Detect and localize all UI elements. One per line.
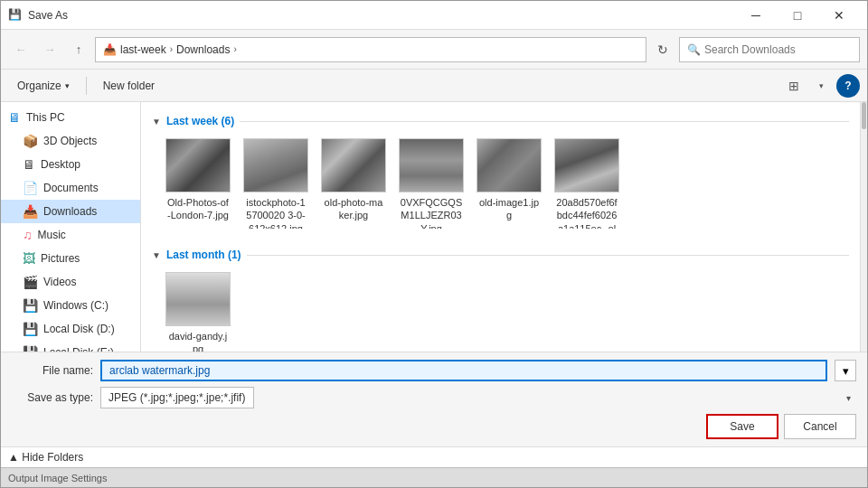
music-icon: ♫ (23, 228, 33, 242)
file-name-0-0: Old-Photos-of-London-7.jpg (166, 196, 230, 222)
sidebar-item-downloads-label: Downloads (43, 205, 97, 218)
sidebar-item-videos[interactable]: 🎬 Videos (1, 270, 140, 294)
toolbar-separator (86, 77, 87, 95)
view-large-icon-button[interactable]: ⊞ (782, 75, 806, 97)
sidebar-item-local-d[interactable]: 💾 Local Disk (D:) (1, 317, 140, 341)
file-thumb-0-3 (399, 138, 464, 192)
pictures-icon: 🖼 (23, 251, 35, 266)
savetype-wrapper: JPEG (*.jpg;*.jpeg;*.jpe;*.jfif) ▾ (100, 387, 856, 408)
file-thumb-0-0 (165, 138, 231, 192)
file-item-0-3[interactable]: 0VXFQCGQSM1LLJEZR03Y.jpg (396, 135, 467, 232)
file-scroll[interactable]: ▼ Last week (6) Old-Photos-of-London-7.j… (141, 102, 860, 352)
minimize-button[interactable]: ─ (735, 1, 777, 30)
save-button[interactable]: Save (706, 414, 778, 439)
group-last-week-header[interactable]: ▼ Last week (6) (152, 115, 849, 127)
file-area: ▼ Last week (6) Old-Photos-of-London-7.j… (141, 102, 860, 352)
address-path[interactable]: 📥 last-week › Downloads › (95, 37, 646, 62)
file-item-0-0[interactable]: Old-Photos-of-London-7.jpg (163, 135, 233, 232)
this-pc-icon: 🖥 (8, 110, 21, 125)
sidebar-item-3d-label: 3D Objects (43, 135, 97, 147)
maximize-button[interactable]: □ (777, 1, 818, 30)
help-button[interactable]: ? (836, 74, 860, 98)
windows-c-icon: 💾 (23, 298, 38, 313)
group-last-month-line (247, 255, 849, 256)
file-thumb-1-0 (165, 272, 231, 326)
videos-icon: 🎬 (23, 275, 38, 289)
sidebar: 🖥 This PC 📦 3D Objects 🖥 Desktop 📄 Docum… (1, 102, 141, 352)
savetype-label: Save as type: (12, 391, 93, 404)
file-grid-last-week: Old-Photos-of-London-7.jpg istockphoto-1… (152, 135, 849, 243)
select-arrow-icon: ▾ (846, 393, 851, 403)
main-area: 🖥 This PC 📦 3D Objects 🖥 Desktop 📄 Docum… (1, 102, 867, 352)
new-folder-button[interactable]: New folder (94, 75, 164, 97)
sidebar-item-music-label: Music (38, 229, 66, 241)
sidebar-item-windows-c-label: Windows (C:) (43, 299, 108, 312)
search-input[interactable] (704, 43, 852, 56)
file-thumb-0-1 (243, 138, 308, 192)
group-last-month-chevron: ▼ (152, 250, 161, 260)
file-name-0-2: old-photo-maker.jpg (322, 196, 385, 222)
status-bar: Output Image Settings (1, 467, 867, 487)
refresh-button[interactable]: ↻ (650, 37, 675, 62)
hide-folders-label: ▲ Hide Folders (8, 451, 83, 464)
bottom-section: File name: ▾ Save as type: JPEG (*.jpg;*… (1, 352, 867, 446)
close-button[interactable]: ✕ (818, 1, 860, 30)
scroll-thumb[interactable] (862, 102, 866, 129)
path-downloads: Downloads (176, 43, 230, 56)
sidebar-item-downloads[interactable]: 📥 Downloads (1, 200, 140, 223)
sidebar-item-windows-c[interactable]: 💾 Windows (C:) (1, 294, 140, 317)
local-d-icon: 💾 (23, 322, 38, 336)
sidebar-item-local-d-label: Local Disk (D:) (43, 323, 115, 335)
sidebar-item-pictures[interactable]: 🖼 Pictures (1, 247, 140, 270)
sidebar-item-desktop[interactable]: 🖥 Desktop (1, 153, 140, 176)
file-item-0-4[interactable]: old-image1.jpg (474, 135, 544, 232)
file-name-0-3: 0VXFQCGQSM1LLJEZR03Y.jpg (400, 196, 463, 229)
address-bar: ← → ↑ 📥 last-week › Downloads › ↻ 🔍 (1, 30, 867, 70)
file-name-0-5: 20a8d570ef6fbdc44fef6026a1a115ec--old-l.… (555, 196, 618, 229)
file-grid-last-month: david-gandy.jpg (152, 268, 849, 352)
3d-objects-icon: 📦 (23, 134, 38, 148)
filename-label: File name: (12, 364, 93, 377)
savetype-select[interactable]: JPEG (*.jpg;*.jpeg;*.jpe;*.jfif) (100, 387, 254, 408)
file-name-0-1: istockphoto-15700020 3-0-612x612.jpg (244, 196, 307, 229)
path-separator-1: › (170, 44, 173, 54)
group-last-week-chevron: ▼ (152, 117, 161, 127)
toolbar: Organize ▾ New folder ⊞ ▾ ? (1, 70, 867, 102)
search-box: 🔍 (679, 37, 860, 62)
organize-label: Organize (17, 80, 61, 92)
path-separator-2: › (233, 44, 236, 54)
file-item-1-0[interactable]: david-gandy.jpg (163, 268, 233, 352)
vertical-scrollbar[interactable] (860, 102, 867, 352)
status-bar-text: Output Image Settings (8, 473, 107, 483)
sidebar-item-documents-label: Documents (43, 182, 99, 194)
sidebar-item-3d-objects[interactable]: 📦 3D Objects (1, 129, 140, 153)
file-item-0-5[interactable]: 20a8d570ef6fbdc44fef6026a1a115ec--old-l.… (552, 135, 622, 232)
file-item-0-2[interactable]: old-photo-maker.jpg (318, 135, 389, 232)
group-last-month-label: Last month (1) (166, 249, 241, 261)
back-button[interactable]: ← (8, 37, 33, 62)
sidebar-item-music[interactable]: ♫ Music (1, 223, 140, 247)
sidebar-item-local-e[interactable]: 💾 Local Disk (E:) (1, 341, 140, 352)
sidebar-item-this-pc-label: This PC (26, 111, 65, 124)
cancel-button[interactable]: Cancel (784, 414, 856, 439)
sidebar-item-this-pc[interactable]: 🖥 This PC (1, 106, 140, 129)
filename-input[interactable] (100, 360, 827, 381)
organize-button[interactable]: Organize ▾ (8, 75, 79, 97)
hide-folders-bar[interactable]: ▲ Hide Folders (1, 446, 867, 467)
forward-button[interactable]: → (37, 37, 62, 62)
buttons-row: Save Cancel (12, 414, 856, 439)
documents-icon: 📄 (23, 181, 38, 195)
sidebar-item-documents[interactable]: 📄 Documents (1, 176, 140, 200)
downloads-icon: 📥 (23, 204, 38, 219)
file-item-0-1[interactable]: istockphoto-15700020 3-0-612x612.jpg (241, 135, 311, 232)
group-last-week-label: Last week (6) (166, 115, 234, 127)
view-dropdown-button[interactable]: ▾ (809, 75, 833, 97)
new-folder-label: New folder (103, 80, 155, 92)
file-thumb-0-4 (476, 138, 542, 192)
toolbar-right: ⊞ ▾ ? (782, 74, 860, 98)
title-text: Save As (28, 9, 735, 22)
file-name-0-4: old-image1.jpg (477, 196, 541, 222)
group-last-month-header[interactable]: ▼ Last month (1) (152, 249, 849, 261)
up-button[interactable]: ↑ (66, 37, 91, 62)
filename-dropdown-button[interactable]: ▾ (835, 360, 856, 381)
